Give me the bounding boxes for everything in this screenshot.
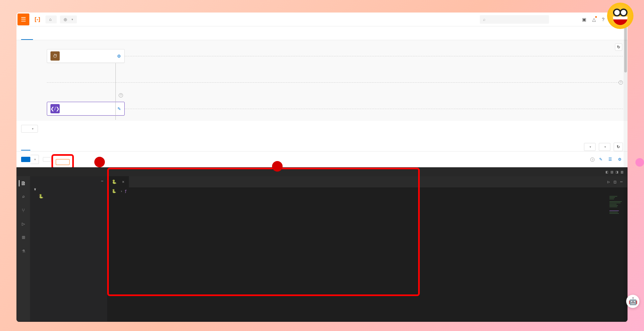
tab-quota-mgmt[interactable]: [57, 26, 69, 40]
python-file-icon: 🐍: [39, 194, 44, 199]
realtime-logs-button[interactable]: [43, 157, 51, 162]
tab-perf[interactable]: [86, 144, 95, 150]
tab-function-details[interactable]: [21, 26, 33, 40]
run-icon[interactable]: ▷: [607, 179, 610, 184]
layout-panel-icon[interactable]: ▤: [611, 170, 613, 174]
close-tab-icon[interactable]: ×: [122, 179, 124, 184]
helper-bot-icon[interactable]: 🤖: [626, 295, 639, 308]
tab-tasks[interactable]: [77, 144, 86, 150]
testing-icon[interactable]: ⚗: [22, 248, 25, 254]
scrollbar-thumb[interactable]: [624, 26, 627, 72]
code-lines[interactable]: [107, 195, 627, 321]
emoji-face-decoration: [607, 3, 633, 29]
tab-code[interactable]: [21, 143, 30, 151]
location-icon: ◎: [64, 17, 67, 22]
layout-right-icon[interactable]: ◨: [616, 170, 618, 174]
split-editor-icon[interactable]: ◫: [614, 179, 616, 184]
main-subtabs: [16, 26, 628, 40]
version-selector-row: [16, 121, 628, 133]
workbench-button[interactable]: ⌂: [46, 15, 57, 23]
topbar: ☰ [-] ⌂ ◎ ⌕ ▣ △ ? ✦: [16, 13, 628, 26]
help-icon[interactable]: ?: [602, 17, 604, 22]
file-index-py[interactable]: 🐍: [30, 193, 107, 200]
tab-monitor[interactable]: [58, 144, 67, 150]
search-input[interactable]: [487, 17, 546, 22]
tab-test[interactable]: [30, 144, 40, 150]
gear-icon[interactable]: ⚙: [117, 54, 121, 59]
pink-dot-decoration: [635, 158, 644, 167]
pct-help-icon[interactable]: ?: [119, 93, 123, 97]
explorer-sidebar: ⋯ ∨ 🐍: [30, 176, 107, 321]
connector-percent: ?: [119, 93, 123, 97]
version-alias-dropdown[interactable]: [21, 125, 38, 133]
tab-config[interactable]: [40, 144, 49, 150]
python-tab-icon: 🐍: [112, 179, 117, 184]
logo-mark-icon: [-]: [35, 16, 40, 23]
search-box[interactable]: ⌕: [480, 15, 549, 24]
activity-bar: 🗎 ⌕ ⑂ ▷ ⊞ ⚗: [17, 176, 30, 321]
main-panel: ☰ [-] ⌂ ◎ ⌕ ▣ △ ? ✦: [16, 13, 628, 322]
code-tabs: ↻: [16, 143, 628, 152]
version-node[interactable]: ❮/❯ ✎: [47, 102, 125, 116]
tab-logs[interactable]: [49, 144, 58, 150]
trigger-node[interactable]: ⏱ ⚙: [47, 49, 125, 63]
layout-custom-icon[interactable]: ▥: [621, 170, 623, 174]
search-icon: ⌕: [483, 17, 485, 22]
region-selector[interactable]: ◎: [60, 15, 77, 23]
edit-env-vars-link[interactable]: ✎: [599, 157, 604, 162]
vscode-editor: ◧ ▤ ◨ ▥ 🗎 ⌕ ⑂ ▷ ⊞ ⚗ ⋯ ∨: [16, 167, 628, 322]
code-editor-pane: 🐍 × ▷ ◫ ⋯ 🐍 › ƒ: [107, 176, 627, 321]
python-crumb-icon: 🐍: [112, 189, 116, 193]
function-crumb-icon: ƒ: [125, 189, 127, 193]
config-webide-link[interactable]: ⚙: [618, 157, 623, 162]
explorer-icon[interactable]: 🗎: [19, 180, 26, 186]
explorer-more-icon[interactable]: ⋯: [101, 179, 103, 183]
gear-icon: ⚙: [618, 157, 622, 162]
page-scrollbar[interactable]: [624, 26, 628, 322]
edit-icon: ✎: [599, 157, 602, 162]
tab-more-icon[interactable]: ⋯: [620, 179, 623, 184]
cloudshell-icon[interactable]: ▣: [582, 17, 586, 22]
tab-alias-mgmt[interactable]: [33, 26, 45, 40]
edit-icon[interactable]: ✎: [117, 106, 121, 111]
extensions-icon[interactable]: ⊞: [22, 234, 25, 240]
test-function-dropdown[interactable]: [30, 155, 39, 164]
vscode-menubar: ◧ ▤ ◨ ▥: [17, 168, 627, 176]
notification-icon[interactable]: △: [592, 17, 596, 22]
layout-sidebar-icon[interactable]: ◧: [606, 170, 608, 174]
code-size-info: ?: [590, 157, 595, 162]
editor-tab-index-py[interactable]: 🐍 ×: [107, 176, 129, 187]
alias-help-icon[interactable]: ?: [619, 80, 623, 85]
export-function-button[interactable]: [599, 143, 610, 151]
tab-version-mgmt[interactable]: [45, 26, 57, 40]
test-function-button[interactable]: [21, 157, 30, 162]
size-help-icon[interactable]: ?: [590, 157, 595, 162]
home-icon: ⌂: [49, 17, 51, 22]
connector-line: [115, 63, 116, 120]
layers-icon: ☰: [608, 157, 612, 162]
brand-logo[interactable]: [-]: [35, 16, 42, 23]
breadcrumb[interactable]: 🐍 › ƒ: [107, 187, 627, 195]
source-control-icon[interactable]: ⑂: [22, 207, 25, 213]
annotation-number-1: [272, 161, 283, 172]
hamburger-menu-icon[interactable]: ☰: [17, 14, 29, 25]
search-activity-icon[interactable]: ⌕: [22, 194, 25, 200]
upload-code-button[interactable]: [584, 143, 596, 151]
edit-layers-link[interactable]: ☰: [608, 157, 613, 162]
function-graph: ↻ ⏱ ⚙ ? ❮/❯: [16, 40, 628, 121]
tab-instances[interactable]: [67, 144, 77, 150]
graph-refresh-button[interactable]: ↻: [615, 43, 622, 51]
code-branch-icon: ❮/❯: [50, 104, 60, 113]
refresh-button[interactable]: ↻: [614, 143, 623, 151]
deploy-code-button[interactable]: [56, 159, 70, 165]
folder-section[interactable]: ∨: [30, 186, 107, 193]
clock-icon: ⏱: [50, 51, 60, 61]
annotation-number-2: [94, 157, 105, 167]
code-toolbar: ? ✎ ☰ ⚙: [16, 152, 628, 167]
run-debug-icon[interactable]: ▷: [22, 221, 25, 227]
